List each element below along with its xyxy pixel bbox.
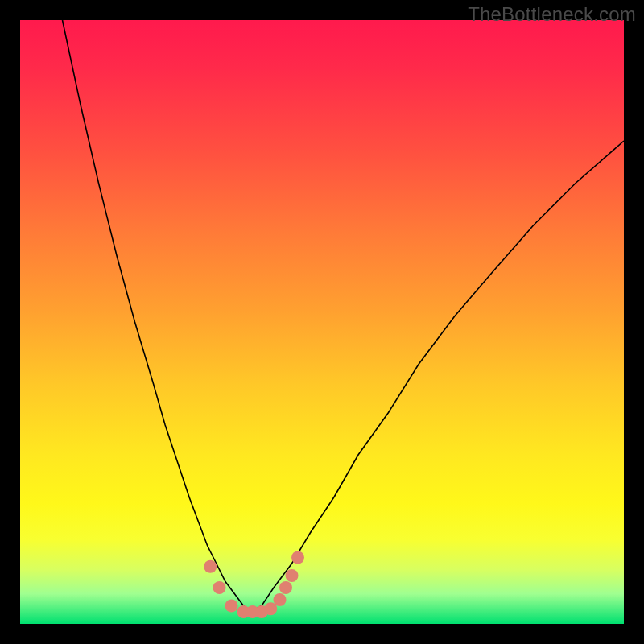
plot-area: [20, 20, 624, 624]
marker-point: [291, 551, 304, 564]
marker-point: [204, 560, 217, 573]
watermark-text: TheBottleneck.com: [468, 3, 636, 26]
marker-point: [213, 581, 226, 594]
marker-point: [286, 569, 299, 582]
marker-point: [274, 593, 287, 606]
marker-point: [225, 600, 238, 613]
curve-right-branch: [250, 141, 624, 612]
chart-frame: TheBottleneck.com: [0, 0, 644, 644]
curve-left-branch: [63, 20, 250, 612]
curve-layer: [20, 20, 624, 624]
marker-group: [204, 551, 304, 619]
marker-point: [279, 581, 292, 594]
